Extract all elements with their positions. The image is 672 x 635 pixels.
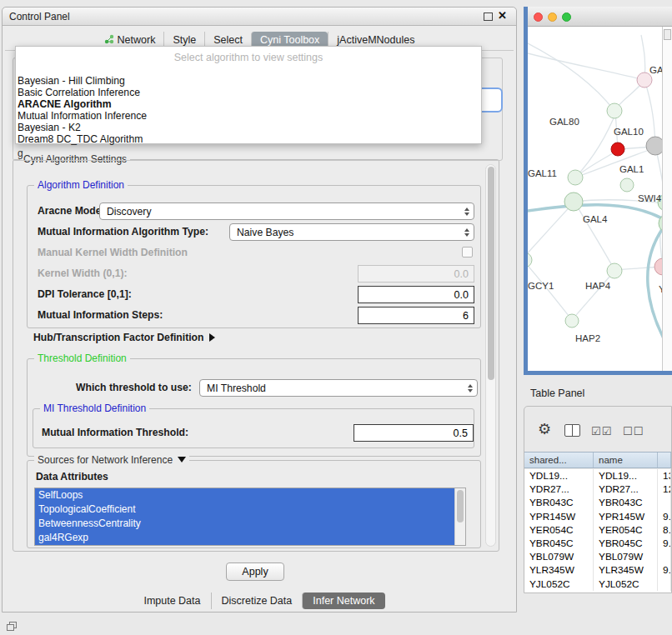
tab-label: Select — [213, 34, 243, 46]
network-node[interactable] — [528, 252, 532, 268]
sources-title[interactable]: Sources for Network Inference — [34, 454, 189, 466]
table-cell: YDR27... — [524, 482, 594, 496]
control-panel-titlebar[interactable]: Control Panel ✕ — [3, 8, 516, 26]
attribute-item[interactable]: BetweennessCentrality — [35, 517, 454, 531]
network-edge[interactable] — [644, 80, 655, 146]
algorithm-option[interactable]: Dream8 DC_TDC Algorithm — [16, 133, 481, 145]
network-edge[interactable] — [528, 40, 614, 111]
network-window-titlebar[interactable] — [528, 7, 672, 27]
table-row[interactable]: YPR145WYPR145W9. — [524, 510, 671, 523]
algorithm-option[interactable]: Mutual Information Inference — [16, 110, 481, 122]
network-node[interactable] — [620, 178, 634, 192]
column-header[interactable]: shared... — [524, 452, 594, 468]
table-panel: ⚙ ☑☑ ☐☐ shared...name YDL19...YDL19...13… — [524, 406, 672, 593]
screen: Control Panel ✕ NetworkStyleSelectCyni T… — [0, 0, 672, 635]
table-cell: 8. — [658, 523, 671, 537]
algorithm-option[interactable]: Bayesian - K2 — [16, 122, 481, 133]
table-row[interactable]: YBR043CYBR043C — [524, 496, 671, 509]
aracne-mode-select[interactable]: Discovery — [99, 202, 474, 220]
network-edge[interactable] — [528, 52, 644, 80]
table-cell: YBR043C — [594, 496, 658, 509]
network-node[interactable] — [654, 258, 662, 275]
columns-icon[interactable] — [564, 424, 580, 437]
which-threshold-select[interactable]: MI Threshold — [199, 379, 478, 397]
close-traffic-light-icon[interactable] — [534, 12, 543, 22]
column-header[interactable] — [658, 452, 671, 468]
settings-scrollbar[interactable] — [485, 164, 496, 547]
mi-type-value: Naive Bayes — [230, 227, 460, 238]
mi-threshold-group: MI Threshold Definition Mutual Informati… — [33, 408, 474, 448]
algorithm-option[interactable]: ARACNE Algorithm — [16, 98, 481, 110]
gear-icon[interactable]: ⚙ — [538, 420, 551, 438]
float-window-icon[interactable] — [484, 12, 493, 21]
table-row[interactable]: YLR345WYLR345W9. — [524, 563, 671, 577]
bottom-tab-discretize-data[interactable]: Discretize Data — [211, 592, 303, 609]
mi-threshold-input[interactable] — [354, 424, 474, 442]
restore-window-icon[interactable] — [7, 622, 18, 632]
network-node[interactable] — [568, 170, 583, 185]
tab-label: Network — [118, 34, 156, 46]
dpi-tolerance-input[interactable] — [358, 286, 474, 303]
network-node[interactable] — [564, 192, 583, 211]
table-cell — [658, 578, 671, 591]
data-attributes-items: SelfLoopsTopologicalCoefficientBetweenne… — [35, 488, 454, 545]
table-row[interactable]: YJL052CYJL052C — [524, 578, 671, 591]
table-rows[interactable]: YDL19...YDL19...13YDR27...YDR27...12YBR0… — [524, 469, 671, 592]
manual-kernel-checkbox[interactable] — [462, 247, 473, 258]
unchecked-columns-icon[interactable]: ☐☐ — [623, 425, 644, 438]
table-header[interactable]: shared...name — [524, 452, 671, 468]
column-header[interactable]: name — [594, 452, 658, 468]
table-row[interactable]: YDL19...YDL19...13 — [524, 469, 671, 482]
kernel-width-label: Kernel Width (0,1): — [38, 268, 128, 279]
table-cell: YBR043C — [524, 496, 594, 509]
mi-type-select[interactable]: Naive Bayes — [229, 223, 474, 241]
attribute-item[interactable]: TopologicalCoefficient — [35, 502, 454, 517]
apply-button[interactable]: Apply — [226, 562, 284, 581]
network-icon — [104, 34, 114, 47]
table-cell: YJL052C — [524, 578, 594, 591]
tab-label: Style — [173, 34, 196, 46]
zoom-traffic-light-icon[interactable] — [562, 12, 571, 22]
network-node[interactable] — [607, 103, 622, 118]
table-cell: 9. — [658, 537, 671, 550]
table-row[interactable]: YDR27...YDR27...12 — [524, 482, 671, 496]
network-node[interactable] — [646, 137, 662, 155]
data-attributes-list[interactable]: SelfLoopsTopologicalCoefficientBetweenne… — [34, 488, 466, 546]
table-row[interactable]: YBL079WYBL079W — [524, 550, 671, 563]
list-scrollbar-thumb[interactable] — [457, 490, 464, 522]
list-scrollbar[interactable] — [454, 488, 465, 545]
bottom-tab-impute-data[interactable]: Impute Data — [133, 592, 210, 609]
attribute-item[interactable]: gal4RGexp — [35, 531, 454, 545]
bottom-tab-infer-network[interactable]: Infer Network — [302, 592, 384, 609]
control-panel-title: Control Panel — [9, 11, 70, 22]
network-node[interactable] — [611, 142, 624, 156]
close-icon[interactable]: ✕ — [498, 9, 507, 22]
hub-definition-toggle[interactable]: Hub/Transcription Factor Definition — [33, 332, 215, 343]
network-node[interactable] — [607, 263, 622, 278]
mi-steps-input[interactable] — [358, 307, 474, 324]
mi-steps-label: Mutual Information Steps: — [38, 309, 163, 321]
network-edge[interactable] — [572, 271, 614, 320]
attribute-item[interactable]: SelfLoops — [35, 488, 454, 502]
algorithm-option[interactable]: Basic Correlation Inference — [16, 87, 481, 98]
checked-columns-icon[interactable]: ☑☑ — [591, 425, 612, 438]
cyni-settings-group: Cyni Algorithm Settings Algorithm Defini… — [13, 159, 499, 552]
table-row[interactable]: YER054CYER054C8. — [524, 523, 671, 537]
network-edge[interactable] — [574, 202, 614, 270]
kernel-width-input — [358, 265, 474, 282]
network-node[interactable] — [565, 314, 579, 328]
combo-arrows-icon — [460, 203, 474, 219]
network-scrollbar-button[interactable] — [664, 29, 671, 40]
table-cell: 12 — [658, 482, 671, 496]
minimize-traffic-light-icon[interactable] — [548, 12, 557, 22]
network-node-label: HAP2 — [575, 333, 600, 343]
table-row[interactable]: YBR045CYBR045C9. — [524, 537, 671, 550]
threshold-definition-title: Threshold Definition — [34, 352, 130, 364]
network-canvas[interactable]: GALGAL80GAL10GAL11GAL1SWI4GAL4GCY1HAP4HA… — [528, 27, 662, 371]
table-cell: YDR27... — [594, 482, 658, 496]
algorithm-option[interactable]: Bayesian - Hill Climbing — [16, 75, 481, 87]
settings-scrollbar-thumb[interactable] — [488, 167, 494, 380]
aracne-mode-value: Discovery — [100, 206, 460, 218]
network-scrollbar[interactable] — [662, 27, 672, 371]
network-edge[interactable] — [576, 110, 617, 177]
